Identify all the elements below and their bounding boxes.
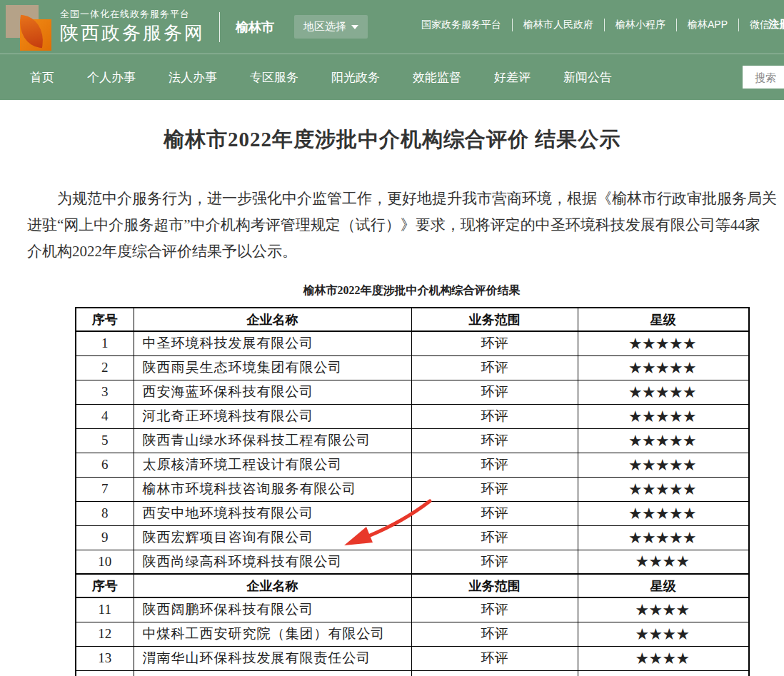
nav-item[interactable]: 阳光政务 — [331, 69, 380, 86]
cell-stars: ★★★★★ — [578, 477, 749, 501]
cell-company: 陕西宏辉项目咨询有限公司 — [134, 525, 411, 550]
table-row: 6太原核清环境工程设计有限公司环评★★★★★ — [76, 453, 749, 477]
column-header: 业务范围 — [411, 308, 578, 331]
nav-item[interactable]: 法人办事 — [169, 69, 217, 86]
header-link[interactable]: 榆林市人民政府 — [512, 19, 604, 31]
evaluation-table-body: 序号企业名称业务范围星级1中圣环境科技发展有限公司环评★★★★★2陕西雨昊生态环… — [76, 308, 749, 676]
cell-company: 中圣环境科技发展有限公司 — [134, 331, 411, 355]
column-header: 业务范围 — [411, 574, 578, 597]
chevron-down-icon — [351, 25, 358, 29]
cell-empty — [76, 670, 134, 676]
column-header: 序号 — [76, 574, 134, 597]
cell-company: 渭南华山环保科技发展有限责任公司 — [134, 646, 411, 670]
cell-index: 12 — [76, 622, 134, 646]
cell-empty — [578, 670, 749, 676]
cell-index: 13 — [76, 646, 134, 670]
site-logo[interactable] — [6, 4, 51, 50]
table-row: 12中煤科工西安研究院（集团）有限公司环评★★★★ — [76, 622, 749, 646]
cell-empty — [411, 670, 578, 676]
table-row: 5陕西青山绿水环保科技工程有限公司环评★★★★★ — [76, 428, 749, 453]
cell-scope: 环评 — [411, 550, 578, 574]
site-header: 全国一体化在线政务服务平台 陕西政务服务网 榆林市 地区选择 国家政务服务平台榆… — [0, 0, 784, 54]
platform-label: 全国一体化在线政务服务平台 — [60, 9, 205, 20]
cell-scope: 环评 — [411, 525, 578, 550]
cell-index: 6 — [76, 453, 134, 477]
nav-item[interactable]: 好差评 — [494, 69, 531, 86]
cell-scope: 环评 — [411, 597, 578, 622]
current-city-label: 榆林市 — [236, 19, 274, 36]
site-titles: 全国一体化在线政务服务平台 陕西政务服务网 — [60, 9, 205, 45]
header-links: 国家政务服务平台榆林市人民政府榆林小程序榆林APP微信公众号 — [411, 19, 784, 31]
cell-scope: 环评 — [411, 646, 578, 670]
cell-stars: ★★★★★ — [578, 501, 749, 525]
evaluation-table: 序号企业名称业务范围星级1中圣环境科技发展有限公司环评★★★★★2陕西雨昊生态环… — [75, 307, 750, 676]
announcement-paragraph: 为规范中介服务行为，进一步强化中介监管工作，更好地提升我市营商环境，根据《榆林市… — [0, 186, 784, 265]
cell-company: 陕西阔鹏环保科技有限公司 — [134, 597, 411, 622]
table-row: 3西安海蓝环保科技有限公司环评★★★★★ — [76, 380, 749, 404]
column-header: 企业名称 — [134, 574, 411, 597]
table-row: 1中圣环境科技发展有限公司环评★★★★★ — [76, 331, 749, 355]
cell-stars: ★★★★ — [578, 597, 749, 622]
table-row: 10陕西尚绿高科环境科技有限公司环评★★★★ — [76, 550, 749, 574]
cell-company: 太原核清环境工程设计有限公司 — [134, 453, 411, 477]
cell-company: 河北奇正环境科技有限公司 — [134, 404, 411, 428]
cell-stars: ★★★★★ — [578, 380, 749, 404]
announcement-page: 榆林市2022年度涉批中介机构综合评价 结果公示 为规范中介服务行为，进一步强化… — [0, 126, 784, 676]
cell-scope: 环评 — [411, 331, 578, 355]
cell-index: 10 — [76, 550, 134, 574]
cell-company: 陕西雨昊生态环境集团有限公司 — [134, 355, 411, 380]
cell-index: 4 — [76, 404, 134, 428]
main-nav: 首页个人办事法人办事专区服务阳光政务效能监督好差评新闻公告 — [0, 54, 784, 100]
header-divider — [219, 12, 220, 42]
cell-index: 7 — [76, 477, 134, 501]
nav-item[interactable]: 新闻公告 — [563, 69, 612, 86]
cell-company: 西安中地环境科技有限公司 — [134, 501, 411, 525]
cell-company: 陕西尚绿高科环境科技有限公司 — [134, 550, 411, 574]
nav-item[interactable]: 首页 — [30, 69, 54, 86]
register-link[interactable]: 注册 — [768, 18, 784, 31]
paragraph-line: 为规范中介服务行为，进一步强化中介监管工作，更好地提升我市营商环境，根据《榆林市… — [0, 186, 784, 212]
cell-scope: 环评 — [411, 355, 578, 380]
cell-index: 5 — [76, 428, 134, 453]
header-link[interactable]: 国家政务服务平台 — [411, 19, 512, 31]
cell-stars: ★★★★★ — [578, 525, 749, 550]
cell-index: 9 — [76, 525, 134, 550]
cell-stars: ★★★★★ — [578, 404, 749, 428]
cell-company: 中煤科工西安研究院（集团）有限公司 — [134, 622, 411, 646]
cell-stars: ★★★★★ — [578, 428, 749, 453]
cell-stars: ★★★★ — [578, 622, 749, 646]
cell-stars: ★★★★★ — [578, 331, 749, 355]
nav-item[interactable]: 专区服务 — [250, 69, 298, 86]
site-name: 陕西政务服务网 — [60, 21, 205, 45]
cell-empty — [134, 670, 411, 676]
cell-company: 陕西青山绿水环保科技工程有限公司 — [134, 428, 411, 453]
search-input[interactable] — [743, 66, 784, 89]
cell-stars: ★★★★ — [578, 550, 749, 574]
table-row: 9陕西宏辉项目咨询有限公司环评★★★★★ — [76, 525, 749, 550]
table-header-row: 序号企业名称业务范围星级 — [76, 574, 749, 597]
page-title: 榆林市2022年度涉批中介机构综合评价 结果公示 — [0, 126, 784, 154]
cell-index: 1 — [76, 331, 134, 355]
column-header: 序号 — [76, 308, 134, 331]
table-caption: 榆林市2022年度涉批中介机构综合评价结果 — [75, 283, 748, 298]
cell-company: 榆林市环境科技咨询服务有限公司 — [134, 477, 411, 501]
cell-company: 西安海蓝环保科技有限公司 — [134, 380, 411, 404]
cell-index: 8 — [76, 501, 134, 525]
cell-index: 11 — [76, 597, 134, 622]
region-select-button[interactable]: 地区选择 — [294, 15, 368, 39]
nav-item[interactable]: 效能监督 — [413, 69, 461, 86]
cell-scope: 环评 — [411, 453, 578, 477]
header-link[interactable]: 榆林小程序 — [604, 19, 676, 31]
region-select-label: 地区选择 — [303, 20, 346, 34]
nav-item[interactable]: 个人办事 — [87, 69, 136, 86]
header-link[interactable]: 榆林APP — [676, 19, 738, 31]
column-header: 星级 — [578, 308, 749, 331]
cell-stars: ★★★★ — [578, 646, 749, 670]
table-header-row: 序号企业名称业务范围星级 — [76, 308, 749, 331]
paragraph-line: 进驻“网上中介服务超市”中介机构考评管理规定（试行）》要求，现将评定的中圣环境科… — [0, 212, 784, 238]
cell-index: 2 — [76, 355, 134, 380]
column-header: 企业名称 — [134, 308, 411, 331]
cell-scope: 环评 — [411, 622, 578, 646]
cell-scope: 环评 — [411, 428, 578, 453]
table-row: 7榆林市环境科技咨询服务有限公司环评★★★★★ — [76, 477, 749, 501]
